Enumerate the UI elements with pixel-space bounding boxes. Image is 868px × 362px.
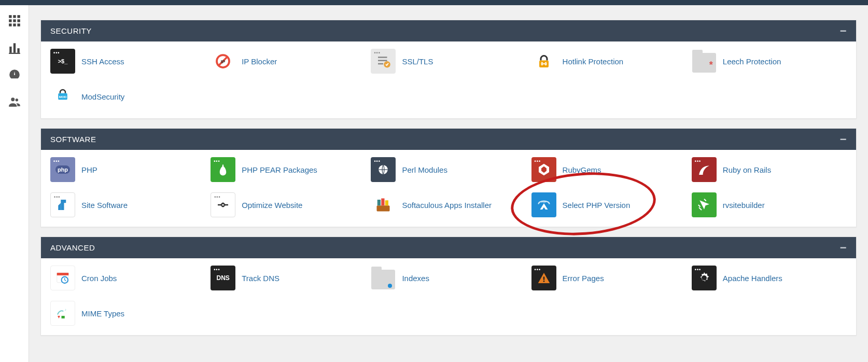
item-label: RubyGems — [563, 165, 601, 174]
svg-rect-28 — [382, 199, 385, 206]
svg-rect-20 — [378, 63, 383, 65]
svg-rect-29 — [385, 200, 388, 205]
apps-icon — [8, 14, 21, 30]
site-software-icon: ••• — [50, 192, 75, 217]
item-label: SSL/TLS — [402, 57, 433, 66]
item-ssh-access[interactable]: ••• >$_ SSH Access — [50, 49, 205, 74]
svg-rect-2 — [17, 15, 20, 18]
svg-rect-7 — [13, 23, 16, 26]
svg-rect-34 — [543, 277, 544, 280]
item-label: Track DNS — [242, 274, 279, 283]
rails-icon: ••• — [692, 157, 717, 182]
nav-apps[interactable] — [4, 11, 25, 32]
item-label: rvsitebuilder — [723, 201, 765, 210]
item-leech-protection[interactable]: * Leech Protection — [692, 49, 847, 74]
item-label: Apache Handlers — [723, 274, 782, 283]
svg-marker-37 — [58, 316, 60, 318]
item-indexes[interactable]: Indexes — [371, 266, 526, 290]
item-label: PHP — [81, 165, 97, 174]
users-icon — [8, 95, 21, 110]
error-pages-icon: ••• — [531, 266, 556, 290]
section-header-software[interactable]: SOFTWARE − — [41, 129, 856, 150]
ssl-tls-icon: ••• — [371, 49, 396, 74]
svg-rect-1 — [13, 15, 16, 18]
svg-rect-5 — [17, 19, 20, 22]
item-label: Indexes — [402, 274, 429, 283]
item-label: Leech Protection — [723, 57, 781, 66]
nav-dashboard[interactable] — [4, 65, 25, 86]
nav-stats[interactable] — [4, 38, 25, 59]
item-label: Cron Jobs — [81, 274, 117, 283]
svg-point-13 — [11, 98, 15, 101]
svg-rect-11 — [17, 48, 19, 53]
item-label: Error Pages — [563, 274, 604, 283]
svg-rect-26 — [377, 205, 390, 211]
section-software: SOFTWARE − ••• php PHP ••• PHP PEAR Pa — [40, 128, 857, 227]
section-title: ADVANCED — [50, 243, 95, 252]
section-title: SOFTWARE — [50, 135, 96, 144]
softaculous-icon — [371, 192, 396, 217]
svg-rect-9 — [9, 47, 11, 53]
apache-icon: ••• — [692, 266, 717, 290]
item-label: SSH Access — [81, 57, 124, 66]
item-ip-blocker[interactable]: IP IP Blocker — [211, 49, 366, 74]
nav-users[interactable] — [4, 92, 25, 113]
svg-rect-27 — [377, 200, 381, 205]
sidebar — [0, 5, 29, 362]
collapse-icon: − — [840, 137, 847, 142]
section-security: SECURITY − ••• >$_ SSH Access IP IP Bloc… — [40, 20, 857, 119]
svg-rect-18 — [378, 57, 387, 58]
item-softaculous[interactable]: Softaculous Apps Installer — [371, 192, 526, 217]
item-rubygems[interactable]: ••• RubyGems — [531, 157, 687, 182]
rubygems-icon: ••• — [531, 157, 556, 182]
stats-icon — [8, 41, 21, 57]
svg-rect-3 — [9, 19, 11, 22]
item-label: Optimize Website — [242, 201, 302, 210]
topbar — [0, 0, 868, 5]
select-php-icon: PHP — [531, 192, 556, 217]
item-php-pear[interactable]: ••• PHP PEAR Packages — [211, 157, 366, 182]
section-title: SECURITY — [50, 26, 92, 35]
leech-icon: * — [692, 49, 717, 74]
item-optimize-website[interactable]: ••• Optimize Website — [211, 192, 366, 217]
svg-text:MOD: MOD — [59, 95, 67, 99]
item-label: PHP PEAR Packages — [242, 165, 317, 174]
item-site-software[interactable]: ••• Site Software — [50, 192, 205, 217]
item-label: Hotlink Protection — [563, 57, 624, 66]
section-header-advanced[interactable]: ADVANCED − — [41, 237, 856, 258]
item-label: MIME Types — [81, 309, 124, 318]
section-advanced: ADVANCED − Cron Jobs ••• DNS Track DNS — [40, 236, 857, 336]
item-mime-types[interactable]: ♪ MIME Types — [50, 301, 205, 326]
item-label: IP Blocker — [242, 57, 277, 66]
ssh-icon: ••• >$_ — [50, 49, 75, 74]
php-icon: ••• php — [50, 157, 75, 182]
item-php[interactable]: ••• php PHP — [50, 157, 205, 182]
collapse-icon: − — [840, 29, 847, 34]
svg-text:♪: ♪ — [65, 308, 66, 311]
modsecurity-icon: MOD — [50, 84, 75, 109]
item-perl-modules[interactable]: ••• Perl Modules — [371, 157, 526, 182]
item-ruby-on-rails[interactable]: ••• Ruby on Rails — [692, 157, 847, 182]
item-rvsitebuilder[interactable]: rvsitebuilder — [692, 192, 847, 217]
item-error-pages[interactable]: ••• Error Pages — [531, 266, 687, 290]
section-header-security[interactable]: SECURITY − — [41, 20, 856, 41]
svg-rect-8 — [17, 23, 20, 26]
item-hotlink-protection[interactable]: Hotlink Protection — [531, 49, 687, 74]
item-apache-handlers[interactable]: ••• Apache Handlers — [692, 266, 847, 290]
mime-icon: ♪ — [50, 301, 75, 326]
item-ssl-tls[interactable]: ••• SSL/TLS — [371, 49, 526, 74]
item-cron-jobs[interactable]: Cron Jobs — [50, 266, 205, 290]
dashboard-icon — [8, 68, 21, 83]
svg-rect-19 — [378, 60, 387, 62]
item-modsecurity[interactable]: MOD ModSecurity — [50, 84, 205, 109]
item-track-dns[interactable]: ••• DNS Track DNS — [211, 266, 366, 290]
rvsitebuilder-icon — [692, 192, 717, 217]
svg-rect-12 — [9, 53, 20, 54]
svg-rect-10 — [13, 43, 15, 52]
item-label: Softaculous Apps Installer — [402, 201, 492, 210]
item-select-php-version[interactable]: PHP Select PHP Version — [531, 192, 687, 217]
svg-text:IP: IP — [221, 59, 226, 64]
svg-rect-0 — [9, 15, 11, 18]
item-label: Site Software — [81, 201, 128, 210]
item-label: ModSecurity — [81, 92, 124, 101]
